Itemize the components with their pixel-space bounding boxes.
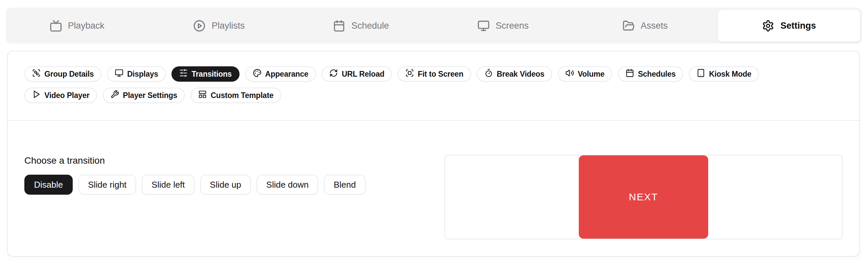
transition-option-disable[interactable]: Disable: [24, 175, 73, 195]
section-tab-label: Schedules: [638, 70, 676, 79]
tab-screens[interactable]: Screens: [432, 8, 574, 44]
monitor-icon: [477, 20, 490, 32]
transition-chooser: Choose a transition Disable Slide right …: [24, 121, 444, 195]
section-tab-label: Kiosk Mode: [709, 70, 751, 79]
folder-open-icon: [622, 20, 635, 32]
choose-transition-heading: Choose a transition: [24, 155, 444, 166]
tab-settings[interactable]: Settings: [718, 10, 860, 42]
tab-schedule-label: Schedule: [351, 21, 389, 31]
section-tabs-row-1: Group Details Displays Transitions Appea…: [24, 66, 843, 82]
section-tab-label: Custom Template: [211, 91, 273, 100]
volume-icon: [565, 69, 574, 79]
play-icon: [32, 90, 41, 101]
fullscreen-icon: [405, 69, 414, 79]
section-tab-label: Player Settings: [123, 91, 177, 100]
signage-settings-page: Playback Playlists Schedule Screens Asse: [0, 0, 868, 266]
section-tab-video-player[interactable]: Video Player: [24, 88, 97, 103]
section-tab-label: Group Details: [44, 70, 94, 79]
section-tabs-row-2: Video Player Player Settings Custom Temp…: [24, 88, 843, 103]
section-tab-label: URL Reload: [342, 70, 384, 79]
tab-schedule[interactable]: Schedule: [290, 8, 432, 44]
section-tab-transitions[interactable]: Transitions: [172, 66, 240, 82]
section-tab-kiosk-mode[interactable]: Kiosk Mode: [689, 66, 759, 82]
transition-preview-next-slide: NEXT: [579, 155, 708, 239]
tab-assets[interactable]: Assets: [574, 8, 716, 44]
section-tab-label: Video Player: [44, 91, 89, 100]
tv-icon: [50, 20, 62, 32]
section-tab-label: Fit to Screen: [417, 70, 463, 79]
section-tab-group-details[interactable]: Group Details: [24, 66, 101, 82]
transition-option-slide-left[interactable]: Slide left: [142, 175, 194, 195]
sliders-horizontal-icon: [179, 69, 188, 79]
tab-playlists-label: Playlists: [212, 21, 245, 31]
circle-play-icon: [193, 20, 206, 32]
section-tab-custom-template[interactable]: Custom Template: [190, 88, 281, 103]
transitions-panel: Choose a transition Disable Slide right …: [8, 121, 859, 239]
calendar-icon: [333, 20, 345, 32]
settings-card: Group Details Displays Transitions Appea…: [7, 51, 860, 257]
transition-options: Disable Slide right Slide left Slide up …: [24, 175, 444, 195]
tab-playback[interactable]: Playback: [6, 8, 148, 44]
section-tab-fit-to-screen[interactable]: Fit to Screen: [398, 66, 471, 82]
section-tab-label: Volume: [578, 70, 604, 79]
section-tab-volume[interactable]: Volume: [558, 66, 612, 82]
tab-screens-label: Screens: [496, 21, 529, 31]
wrench-icon: [111, 90, 119, 101]
section-tab-appearance[interactable]: Appearance: [245, 66, 316, 82]
tab-playback-label: Playback: [68, 21, 105, 31]
section-tab-player-settings[interactable]: Player Settings: [103, 88, 185, 103]
tablet-icon: [696, 69, 705, 79]
transition-option-slide-down[interactable]: Slide down: [256, 175, 318, 195]
calendar-icon: [625, 69, 634, 79]
tab-playlists[interactable]: Playlists: [148, 8, 290, 44]
tab-assets-label: Assets: [641, 21, 668, 31]
transition-option-blend[interactable]: Blend: [324, 175, 366, 195]
section-tab-label: Appearance: [265, 70, 309, 79]
gear-icon: [762, 20, 774, 32]
section-tab-displays[interactable]: Displays: [107, 66, 166, 82]
section-tab-schedules[interactable]: Schedules: [618, 66, 683, 82]
transition-option-slide-right[interactable]: Slide right: [79, 175, 136, 195]
section-tab-label: Transitions: [191, 70, 232, 79]
section-tab-break-videos[interactable]: Break Videos: [477, 66, 552, 82]
transition-option-slide-up[interactable]: Slide up: [200, 175, 251, 195]
group-icon: [32, 69, 41, 79]
next-slide-label: NEXT: [629, 191, 658, 203]
timer-icon: [484, 69, 493, 79]
monitor-icon: [115, 69, 123, 79]
refresh-icon: [329, 69, 338, 79]
transition-preview-stage: NEXT: [444, 155, 843, 239]
section-tab-url-reload[interactable]: URL Reload: [321, 66, 392, 82]
layout-panel-top-icon: [198, 90, 207, 101]
top-navigation: Playback Playlists Schedule Screens Asse: [6, 8, 862, 44]
tab-settings-label: Settings: [780, 21, 816, 31]
section-tab-label: Break Videos: [497, 70, 545, 79]
section-tab-label: Displays: [127, 70, 158, 79]
settings-section-tabs: Group Details Displays Transitions Appea…: [8, 51, 859, 121]
palette-icon: [253, 69, 261, 79]
